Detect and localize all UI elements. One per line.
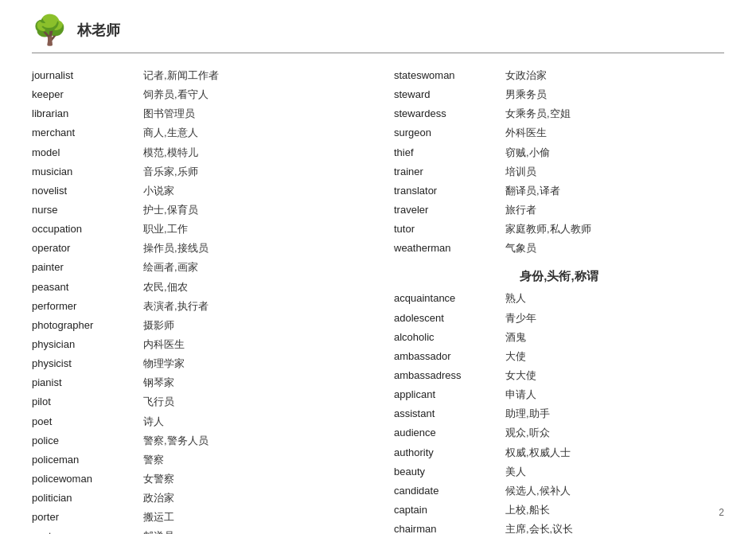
definition: 飞行员 [143,394,174,410]
right-column: stateswoman女政治家steward男乘务员stewardess女乘务员… [394,66,724,534]
word: applicant [394,387,505,403]
word: authority [394,445,505,461]
list-item: painter绘画者,画家 [32,258,362,277]
definition: 女大使 [505,368,536,384]
definition: 外科医生 [505,125,547,141]
list-item: nurse护士,保育员 [32,201,362,220]
list-item: policewoman女警察 [32,470,362,489]
list-item: photographer摄影师 [32,316,362,335]
definition: 图书管理员 [143,106,195,122]
word: translator [394,183,505,199]
definition: 警察 [143,452,164,468]
definition: 警察,警务人员 [143,433,208,449]
list-item: audience观众,听众 [394,423,724,442]
word: captain [394,502,505,518]
list-item: keeper饲养员,看守人 [32,85,362,104]
list-item: trainer培训员 [394,162,724,181]
word: performer [32,298,143,314]
definition: 摄影师 [143,318,174,333]
word: porter [32,509,143,525]
definition: 女乘务员,空姐 [505,106,571,122]
word: painter [32,259,143,275]
definition: 女警察 [143,471,174,487]
definition: 政治家 [143,490,174,506]
list-item: police警察,警务人员 [32,431,362,450]
list-item: candidate候选人,候补人 [394,481,724,501]
page-number: 2 [719,507,724,518]
definition: 观众,听众 [505,425,550,441]
list-item: librarian图书管理员 [32,104,362,123]
word: police [32,433,143,449]
word: physicist [32,356,143,372]
word: thief [394,145,505,161]
definition: 窃贼,小偷 [505,145,550,161]
list-item: policeman警察 [32,450,362,470]
list-item: chairman主席,会长,议长 [394,520,724,534]
definition: 音乐家,乐师 [143,164,198,180]
definition: 美人 [505,464,526,480]
word: acquaintance [394,290,505,306]
definition: 助理,助手 [505,406,550,422]
word: adolescent [394,310,505,326]
list-item: operator操作员,接线员 [32,239,362,258]
word: traveler [394,202,505,218]
list-item: physicist物理学家 [32,354,362,373]
word: ambassadress [394,368,505,384]
word: audience [394,425,505,441]
definition: 培训员 [505,164,536,180]
definition: 气象员 [505,240,536,256]
definition: 邮递员 [143,528,174,534]
list-item: merchant商人,生意人 [32,123,362,142]
word: peasant [32,279,143,295]
word: keeper [32,87,143,103]
list-item: musician音乐家,乐师 [32,162,362,181]
definition: 青少年 [505,310,536,326]
word: musician [32,164,143,180]
list-item: assistant助理,助手 [394,404,724,423]
word: poet [32,414,143,430]
definition: 主席,会长,议长 [505,521,573,534]
word: photographer [32,318,143,333]
word: steward [394,87,505,103]
definition: 搬运工 [143,509,174,525]
word: journalist [32,68,143,84]
definition: 商人,生意人 [143,125,198,141]
list-item: occupation职业,工作 [32,220,362,239]
list-item: stateswoman女政治家 [394,66,724,85]
word: pianist [32,375,143,391]
word: ambassador [394,349,505,364]
word: novelist [32,183,143,199]
definition: 大使 [505,349,526,364]
definition: 上校,船长 [505,502,550,518]
list-item: physician内科医生 [32,335,362,354]
word: postman [32,528,143,534]
left-column: journalist记者,新闻工作者keeper饲养员,看守人librarian… [32,66,362,534]
definition: 熟人 [505,290,526,306]
word: policeman [32,452,143,468]
list-item: politician政治家 [32,489,362,508]
list-item: alcoholic酒鬼 [394,328,724,347]
list-item: postman邮递员 [32,527,362,534]
word: surgeon [394,125,505,141]
list-item: beauty美人 [394,462,724,481]
word: nurse [32,202,143,218]
list-item: thief窃贼,小偷 [394,143,724,162]
definition: 饲养员,看守人 [143,87,208,103]
section-title: 身份,头衔,称谓 [394,269,724,284]
list-item: journalist记者,新闻工作者 [32,66,362,85]
list-item: novelist小说家 [32,181,362,201]
list-item: weatherman气象员 [394,239,724,258]
word: weatherman [394,240,505,256]
definition: 申请人 [505,387,536,403]
word: beauty [394,464,505,480]
list-item: ambassador大使 [394,347,724,366]
definition: 家庭教师,私人教师 [505,221,591,237]
definition: 候选人,候补人 [505,483,571,499]
list-item: steward男乘务员 [394,85,724,104]
word: occupation [32,221,143,237]
word: physician [32,337,143,353]
definition: 女政治家 [505,68,547,84]
definition: 职业,工作 [143,221,188,237]
definition: 内科医生 [143,337,185,353]
definition: 护士,保育员 [143,202,198,218]
